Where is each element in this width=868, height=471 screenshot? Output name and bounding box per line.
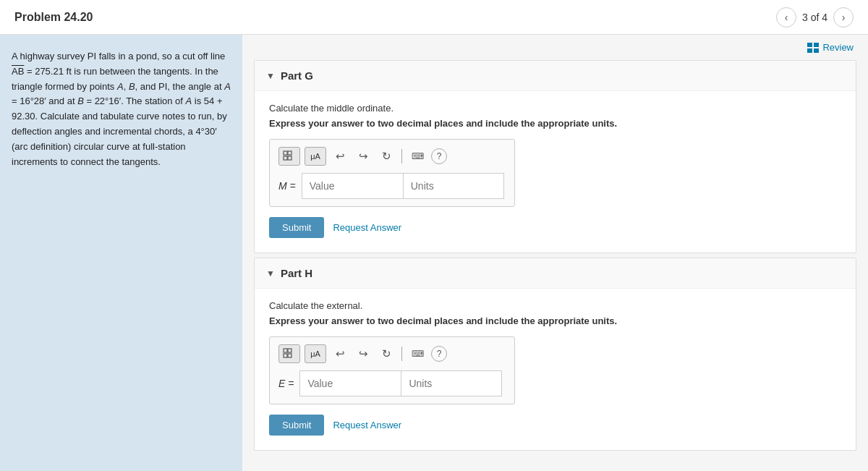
svg-rect-9 [288,349,292,352]
svg-rect-0 [807,43,812,47]
review-label: Review [822,42,854,53]
part-h-value-input[interactable] [299,370,401,396]
nav-counter: 3 of 4 [802,12,827,23]
part-g-keyboard-button[interactable]: ⌨ [408,147,427,166]
part-g-request-answer-button[interactable]: Request Answer [333,222,401,233]
part-h-answer-box: μΑ ↩ ↪ ↻ ⌨ ? E = [269,336,515,404]
svg-rect-10 [284,354,287,357]
part-g-answer-box: μΑ ↩ ↪ ↻ ⌨ ? M = [269,139,515,207]
part-h-instruction1: Calculate the external. [269,300,841,311]
part-g-input-row: M = [278,173,506,199]
part-g-body: Calculate the middle ordinate. Express y… [255,91,856,253]
part-h-matrix-button[interactable] [278,344,300,363]
part-h-input-row: E = [278,370,506,396]
part-g-eq-label: M = [278,180,296,192]
part-g-help-button[interactable]: ? [431,148,447,164]
part-h-submit-button[interactable]: Submit [269,415,324,436]
part-h-separator [401,347,402,361]
part-g-separator [401,149,402,164]
part-g-label: Part G [281,69,313,82]
part-h-help-button[interactable]: ? [431,346,447,362]
matrix-icon [283,150,296,162]
svg-rect-11 [288,354,292,357]
svg-rect-2 [807,48,812,53]
part-h-instruction2: Express your answer to two decimal place… [269,315,841,326]
problem-sidebar: A highway survey PI falls in a pond, so … [0,35,242,471]
review-icon [807,43,819,53]
svg-rect-1 [814,43,819,47]
part-g-refresh-button[interactable]: ↻ [377,147,396,166]
svg-rect-8 [284,349,287,352]
part-h-chevron-icon: ▼ [266,268,275,279]
matrix-icon [283,348,296,360]
navigation: ‹ 3 of 4 › [776,7,854,27]
part-h-undo-button[interactable]: ↩ [331,344,349,363]
part-g-redo-button[interactable]: ↪ [354,147,373,166]
svg-rect-6 [284,156,287,160]
part-h-keyboard-button[interactable]: ⌨ [408,344,427,363]
part-h-header[interactable]: ▼ Part H [255,258,856,289]
part-h-request-answer-button[interactable]: Request Answer [333,420,401,430]
part-h-section: ▼ Part H Calculate the external. Express… [254,258,856,451]
part-h-toolbar: μΑ ↩ ↪ ↻ ⌨ ? [278,344,506,363]
svg-rect-5 [288,151,292,155]
part-g-value-input[interactable] [302,173,403,199]
part-h-body: Calculate the external. Express your ans… [255,289,856,450]
part-g-toolbar: μΑ ↩ ↪ ↻ ⌨ ? [278,147,506,166]
part-h-units-input[interactable] [401,370,502,396]
svg-rect-3 [814,48,819,53]
part-g-submit-button[interactable]: Submit [269,217,324,238]
part-h-refresh-button[interactable]: ↻ [377,344,396,363]
part-g-mu-label: μΑ [310,152,320,161]
review-link[interactable]: Review [807,42,854,53]
part-g-matrix-button[interactable] [278,147,300,166]
part-h-redo-button[interactable]: ↪ [354,344,373,363]
problem-title: Problem 24.20 [14,11,93,24]
svg-rect-4 [284,151,287,155]
part-g-mu-button[interactable]: μΑ [305,147,326,166]
part-g-instruction1: Calculate the middle ordinate. [269,103,841,114]
main-content: Review ▼ Part G Calculate the middle ord… [242,35,868,471]
part-h-label: Part H [281,267,312,279]
part-h-mu-button[interactable]: μΑ [305,344,326,363]
next-button[interactable]: › [833,7,854,27]
part-g-section: ▼ Part G Calculate the middle ordinate. … [254,60,856,253]
part-h-mu-label: μΑ [310,349,320,358]
part-h-actions: Submit Request Answer [269,415,841,436]
sidebar-text: A highway survey PI falls in a pond, so … [12,49,231,169]
part-h-eq-label: E = [278,378,294,389]
part-g-undo-button[interactable]: ↩ [331,147,349,166]
part-g-header[interactable]: ▼ Part G [255,61,856,91]
part-g-units-input[interactable] [403,173,504,199]
part-g-chevron-icon: ▼ [266,71,275,81]
part-g-actions: Submit Request Answer [269,217,841,238]
svg-rect-7 [288,156,292,160]
prev-button[interactable]: ‹ [776,7,796,27]
part-g-instruction2: Express your answer to two decimal place… [269,118,841,129]
